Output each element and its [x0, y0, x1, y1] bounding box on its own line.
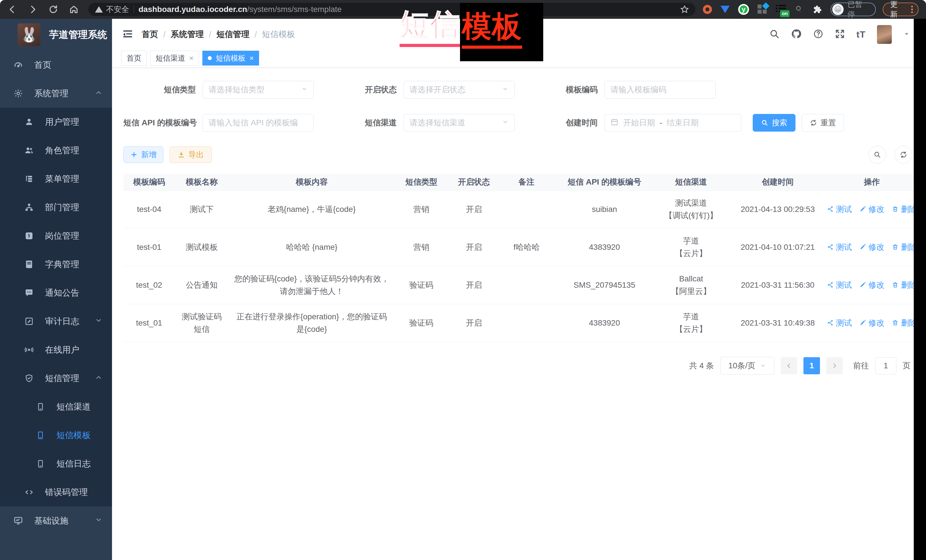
sidebar-item-system[interactable]: 系统管理 [0, 79, 112, 108]
sidebar-item-menus[interactable]: 菜单管理 [0, 165, 112, 193]
test-link[interactable]: 测试 [827, 241, 852, 253]
api-template-id-input-wrap [203, 114, 314, 131]
breadcrumb-sms[interactable]: 短信管理 [216, 29, 250, 40]
extension-list-icon[interactable]: on [776, 5, 786, 14]
header-search-icon[interactable] [769, 29, 779, 40]
browser-reload-icon[interactable] [48, 5, 58, 14]
edit-link[interactable]: 修改 [859, 279, 884, 291]
edit-link[interactable]: 修改 [859, 203, 884, 215]
sidebar-item-audit-log[interactable]: 审计日志 [0, 307, 112, 335]
not-secure-warning[interactable]: 不安全 [95, 4, 129, 15]
extension-donut-icon[interactable] [703, 5, 712, 14]
sms-type-select[interactable]: 请选择短信类型 [203, 81, 314, 98]
extension-grid-icon[interactable] [758, 5, 767, 14]
gear-icon [12, 89, 24, 98]
status-select[interactable]: 请选择开启状态 [404, 81, 515, 98]
sidebar-item-sms-log[interactable]: 短信日志 [0, 450, 112, 478]
next-page-button[interactable] [826, 357, 843, 374]
search-button[interactable]: 搜索 [753, 114, 796, 131]
browser-menu-icon[interactable] [911, 6, 913, 13]
browser-update-button[interactable]: 更新 [883, 3, 918, 16]
user-avatar[interactable] [877, 25, 892, 44]
delete-link[interactable]: 删除 [892, 317, 917, 329]
chevron-down-icon [95, 516, 102, 525]
close-icon[interactable]: × [189, 54, 194, 63]
prev-page-button[interactable] [781, 357, 797, 374]
reset-button[interactable]: 重置 [802, 114, 844, 131]
extensions-puzzle-icon[interactable] [812, 5, 822, 14]
profile-avatar: 😀 [832, 4, 844, 15]
extension-y-icon[interactable]: y [738, 4, 749, 15]
delete-link[interactable]: 删除 [892, 203, 917, 215]
sidebar-item-infra[interactable]: 基础设施 [0, 506, 112, 535]
close-icon[interactable]: × [250, 54, 254, 63]
edit-link[interactable]: 修改 [859, 317, 884, 329]
tab-home[interactable]: 首页 [121, 51, 147, 65]
page-content: 短信类型 请选择短信类型 开启状态 请选择开启状态 模板编码 [112, 81, 926, 374]
book-icon [23, 260, 35, 269]
sidebar: 🐰 芋道管理系统 首页 系统管理 用户管理 角色管理 菜单管理 部门管理 岗位管… [0, 19, 112, 560]
audit-log-icon [23, 317, 35, 326]
address-bar[interactable]: 不安全 dashboard.yudao.iocoder.cn/system/sm… [88, 3, 695, 16]
refresh-button[interactable] [895, 146, 912, 163]
sidebar-item-posts[interactable]: 岗位管理 [0, 222, 112, 250]
test-link[interactable]: 测试 [827, 203, 852, 215]
collapse-sidebar-icon[interactable] [122, 28, 134, 41]
breadcrumb-home[interactable]: 首页 [142, 29, 158, 40]
sidebar-item-sms-template[interactable]: 短信模板 [0, 421, 112, 450]
sidebar-item-roles[interactable]: 角色管理 [0, 136, 112, 165]
chevron-down-icon [95, 317, 102, 326]
main-area: 首页 / 系统管理 / 短信管理 / 短信模板 tT 首页 短信渠道× 短信模板… [112, 19, 926, 560]
page-size-select[interactable]: 10条/页 [720, 357, 775, 374]
monitor-icon [12, 516, 24, 525]
test-link[interactable]: 测试 [827, 279, 852, 291]
badge-icon [23, 231, 35, 240]
app-logo[interactable]: 🐰 芋道管理系统 [0, 19, 112, 51]
extension-magnifier-icon[interactable] [794, 5, 804, 14]
sidebar-item-sms[interactable]: 短信管理 [0, 364, 112, 392]
show-search-button[interactable] [869, 146, 886, 163]
chevron-up-icon [95, 89, 102, 98]
browser-forward-icon[interactable] [28, 5, 38, 14]
tab-sms-channel[interactable]: 短信渠道× [150, 51, 199, 65]
github-icon[interactable] [791, 29, 802, 41]
sidebar-item-home[interactable]: 首页 [0, 51, 112, 79]
active-dot [208, 56, 212, 60]
edit-link[interactable]: 修改 [859, 241, 884, 253]
breadcrumb-system[interactable]: 系统管理 [171, 29, 204, 40]
sidebar-item-dict[interactable]: 字典管理 [0, 250, 112, 279]
sidebar-item-error-codes[interactable]: 错误码管理 [0, 478, 112, 506]
fullscreen-icon[interactable] [835, 29, 845, 40]
bookmark-star-icon[interactable] [680, 5, 689, 14]
app-title: 芋道管理系统 [49, 28, 107, 41]
sidebar-item-departments[interactable]: 部门管理 [0, 193, 112, 222]
date-range-picker[interactable]: 开始日期 - 结束日期 [605, 114, 741, 131]
browser-profile-chip[interactable]: 😀 已暂停 [831, 3, 876, 16]
mobile-icon [35, 403, 46, 411]
browser-back-icon[interactable] [8, 5, 17, 14]
sms-template-table: 模板编码 模板名称 模板内容 短信类型 开启状态 备注 短信 API 的模板编号… [123, 174, 915, 342]
help-icon[interactable] [813, 29, 823, 40]
browser-home-icon[interactable] [69, 5, 79, 14]
filter-row-1: 短信类型 请选择短信类型 开启状态 请选择开启状态 模板编码 [123, 81, 915, 98]
org-chart-icon [23, 203, 35, 212]
sidebar-item-sms-channel[interactable]: 短信渠道 [0, 392, 112, 421]
delete-link[interactable]: 删除 [892, 241, 917, 253]
sidebar-item-users[interactable]: 用户管理 [0, 108, 112, 136]
sidebar-item-online-users[interactable]: 在线用户 [0, 335, 112, 364]
sms-channel-select[interactable]: 请选择短信渠道 [404, 114, 515, 131]
mobile-icon [35, 459, 46, 468]
delete-link[interactable]: 删除 [892, 279, 917, 291]
extension-gem-icon[interactable] [720, 6, 729, 13]
api-template-id-input[interactable] [209, 118, 308, 127]
goto-page-input[interactable] [875, 357, 896, 374]
avatar-caret-icon[interactable] [903, 30, 910, 38]
font-size-icon[interactable]: tT [856, 29, 865, 40]
sidebar-item-notices[interactable]: 通知公告 [0, 279, 112, 307]
tab-sms-template[interactable]: 短信模板× [202, 51, 259, 65]
add-button[interactable]: 新增 [123, 146, 163, 163]
page-number-current[interactable]: 1 [803, 357, 820, 374]
export-button[interactable]: 导出 [169, 146, 212, 163]
template-code-input[interactable] [610, 85, 710, 94]
test-link[interactable]: 测试 [827, 317, 852, 329]
